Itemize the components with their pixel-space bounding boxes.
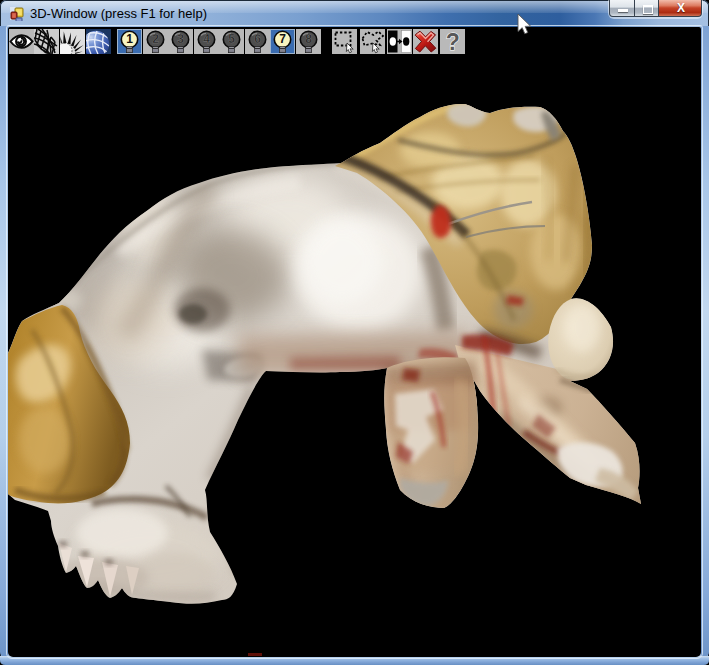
svg-text:?: ? (446, 29, 460, 54)
svg-text:4: 4 (203, 32, 210, 46)
svg-text:2: 2 (152, 32, 159, 46)
svg-text:7: 7 (279, 32, 286, 46)
svg-text:6: 6 (254, 32, 261, 46)
svg-text:8: 8 (305, 32, 312, 46)
svg-text:1: 1 (126, 32, 133, 46)
svg-text:3: 3 (177, 32, 184, 46)
svg-text:5: 5 (228, 32, 235, 46)
